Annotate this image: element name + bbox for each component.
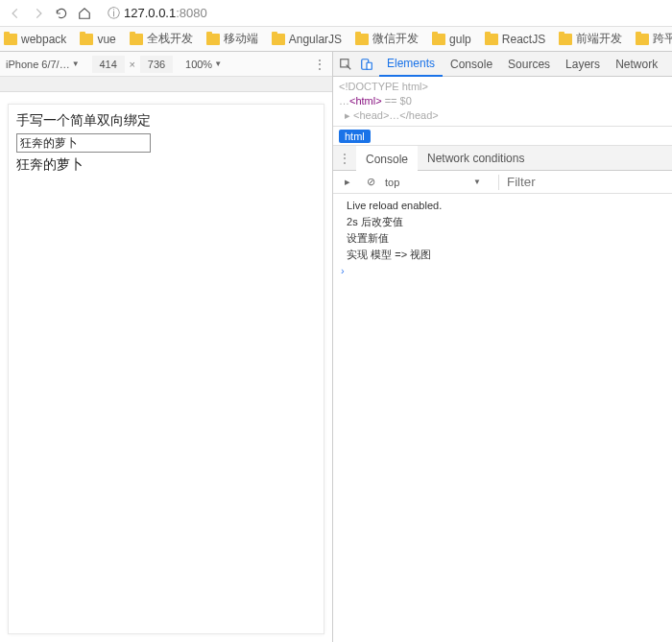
console-line: Live reload enabled. — [341, 198, 672, 214]
clear-console-icon[interactable]: ⊘ — [362, 174, 379, 191]
forward-button[interactable] — [27, 2, 50, 25]
elements-source[interactable]: <!DOCTYPE html> …<html> == $0 ▸ <head>…<… — [333, 77, 672, 127]
bookmark-item[interactable]: 跨平台开发平台 — [636, 31, 672, 47]
chevron-down-icon: ▼ — [214, 59, 222, 68]
breadcrumb-html[interactable]: html — [339, 130, 371, 143]
devtools-pane: Elements Console Sources Layers Network … — [333, 52, 672, 642]
bookmark-item[interactable]: 前端开发 — [559, 31, 622, 47]
console-line: 2s 后改变值 — [341, 214, 672, 230]
width-input[interactable] — [92, 56, 125, 73]
bookmark-item[interactable]: 微信开发 — [355, 31, 419, 47]
binding-input[interactable] — [16, 133, 151, 153]
emulated-viewport: 手写一个简单双向绑定 狂奔的萝卜 — [8, 104, 324, 634]
drawer-menu-button[interactable]: ⋮ — [333, 152, 356, 165]
folder-icon — [272, 34, 285, 45]
tab-console[interactable]: Console — [443, 52, 500, 77]
home-button[interactable] — [73, 2, 96, 25]
tab-sources[interactable]: Sources — [500, 52, 558, 77]
folder-icon — [80, 34, 93, 45]
tab-network[interactable]: Network — [608, 52, 665, 77]
bookmark-item[interactable]: vue — [80, 33, 115, 46]
folder-icon — [4, 34, 17, 45]
reload-button[interactable] — [50, 2, 73, 25]
bookmark-item[interactable]: 全栈开发 — [130, 31, 193, 47]
html-line[interactable]: …<html> == $0 — [339, 94, 672, 108]
folder-icon — [485, 34, 498, 45]
folder-icon — [432, 34, 445, 45]
url-text: 127.0.0.1:8080 — [124, 6, 207, 20]
device-select[interactable]: iPhone 6/7/…▼ — [6, 59, 80, 70]
divider — [498, 175, 499, 190]
viewport-wrap: 手写一个简单双向绑定 狂奔的萝卜 — [0, 92, 332, 642]
drawer-tab-console[interactable]: Console — [356, 146, 418, 171]
console-line: 设置新值 — [341, 230, 672, 247]
back-button[interactable] — [4, 2, 27, 25]
bookmark-item[interactable]: webpack — [4, 33, 66, 46]
doctype-line: <!DOCTYPE html> — [339, 80, 672, 94]
address-bar[interactable]: ⓘ 127.0.0.1:8080 — [104, 3, 668, 24]
console-toolbar: ▸ ⊘ top▼ — [333, 171, 672, 194]
console-output[interactable]: Live reload enabled. 2s 后改变值 设置新值 实现 模型 … — [333, 194, 672, 642]
inspect-icon[interactable] — [337, 56, 354, 73]
page-title: 手写一个简单双向绑定 — [16, 112, 316, 130]
ruler — [0, 77, 332, 92]
tab-layers[interactable]: Layers — [558, 52, 608, 77]
folder-icon — [130, 34, 143, 45]
device-toggle-icon[interactable] — [358, 56, 375, 73]
chevron-down-icon: ▼ — [473, 178, 481, 186]
console-prompt[interactable]: › — [341, 263, 672, 279]
drawer-tab-network-conditions[interactable]: Network conditions — [418, 146, 534, 171]
device-menu-button[interactable]: ⋮ — [313, 57, 326, 72]
folder-icon — [206, 34, 220, 45]
bookmark-item[interactable]: gulp — [432, 33, 471, 46]
bookmark-item[interactable]: ReactJS — [485, 33, 545, 46]
svg-rect-2 — [367, 62, 372, 69]
site-info-icon[interactable]: ⓘ — [108, 5, 120, 22]
console-filter-input[interactable] — [507, 175, 672, 189]
page-pane: iPhone 6/7/…▼ × 100%▼ ⋮ 手写一个简单双向绑定 狂奔的萝卜 — [0, 52, 333, 642]
folder-icon — [636, 34, 649, 45]
head-line[interactable]: ▸ <head>…</head> — [345, 108, 672, 123]
elements-breadcrumb: html — [333, 127, 672, 146]
devtools-tabbar: Elements Console Sources Layers Network … — [333, 52, 672, 77]
console-line: 实现 模型 => 视图 — [341, 247, 672, 263]
folder-icon — [559, 34, 572, 45]
device-toolbar: iPhone 6/7/…▼ × 100%▼ ⋮ — [0, 52, 332, 77]
binding-output: 狂奔的萝卜 — [16, 156, 316, 174]
main-split: iPhone 6/7/…▼ × 100%▼ ⋮ 手写一个简单双向绑定 狂奔的萝卜 — [0, 52, 672, 642]
bookmarks-bar: webpack vue 全栈开发 移动端 AngularJS 微信开发 gulp… — [0, 27, 672, 52]
dimension-separator: × — [130, 59, 135, 70]
browser-toolbar: ⓘ 127.0.0.1:8080 — [0, 0, 672, 27]
bookmark-item[interactable]: 移动端 — [206, 31, 258, 47]
console-context-select[interactable]: top▼ — [385, 177, 481, 188]
chevron-down-icon: ▼ — [72, 59, 80, 68]
bookmark-item[interactable]: AngularJS — [272, 33, 342, 46]
drawer-tabbar: ⋮ Console Network conditions — [333, 146, 672, 171]
tab-elements[interactable]: Elements — [379, 52, 443, 77]
folder-icon — [355, 34, 369, 45]
tab-performance[interactable]: Perform — [665, 52, 672, 77]
height-input[interactable] — [140, 56, 173, 73]
zoom-select[interactable]: 100%▼ — [185, 59, 222, 70]
console-sidebar-toggle-icon[interactable]: ▸ — [339, 174, 356, 191]
